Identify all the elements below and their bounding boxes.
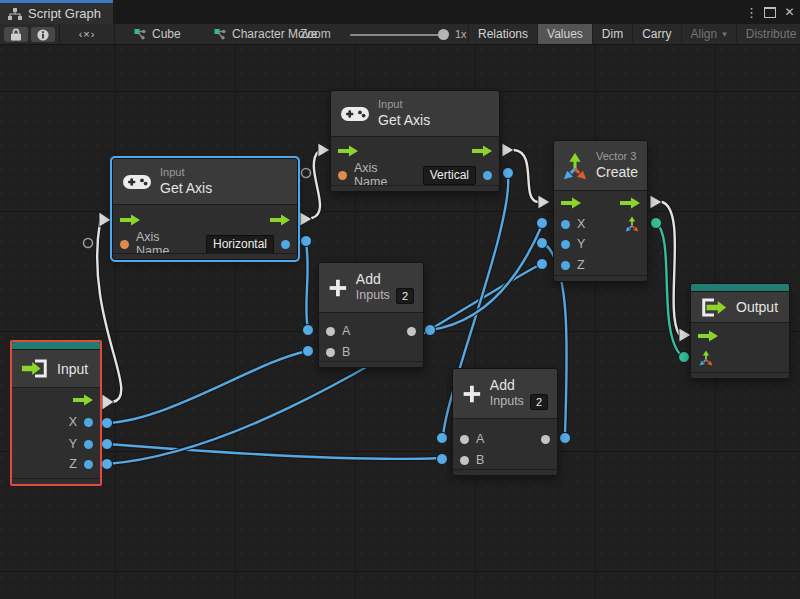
float-out-port[interactable] — [483, 171, 492, 180]
control-out-port[interactable] — [270, 214, 290, 226]
control-in-port[interactable] — [698, 330, 718, 342]
port-b[interactable] — [460, 456, 469, 465]
plus-icon — [328, 276, 348, 300]
output-bracket-icon — [700, 297, 728, 318]
sum-out-port[interactable] — [407, 327, 416, 336]
axis-name-field[interactable]: Vertical — [423, 166, 476, 185]
node-graph-input-selection: Input X Y Z — [10, 340, 102, 486]
wire-horizontal-value-to-add1-a[interactable] — [306, 243, 308, 329]
control-in-port[interactable] — [561, 197, 581, 209]
port-x[interactable] — [561, 220, 570, 229]
node-get-axis-horizontal[interactable]: Input Get Axis Axis Name Horizontal — [112, 158, 298, 260]
node-get-axis-vertical[interactable]: Input Get Axis Axis Name Vertical — [330, 90, 500, 192]
control-out-port[interactable] — [620, 197, 640, 209]
vector3-icon — [561, 152, 589, 180]
unity-visual-scripting-window: Script Graph ⋮ ✕ ‹×› Cube Character Move… — [0, 0, 800, 599]
graph-io-accent-bar — [12, 342, 100, 350]
inputs-count-field[interactable]: 2 — [396, 288, 414, 304]
plus-icon — [462, 382, 482, 406]
axis-name-port[interactable] — [120, 240, 129, 249]
port-a[interactable] — [326, 327, 335, 336]
gamepad-icon — [122, 172, 152, 192]
port-y-out[interactable] — [84, 440, 93, 449]
node-add-2[interactable]: Add Inputs 2 A B — [452, 368, 558, 476]
node-add-1[interactable]: Add Inputs 2 A B — [318, 262, 424, 368]
axis-name-port[interactable] — [338, 171, 347, 180]
input-bracket-icon — [21, 358, 49, 379]
wire-getaxis-vertical-to-vector3[interactable] — [514, 150, 538, 202]
control-out-port[interactable] — [73, 394, 93, 406]
wire-getaxis-horizontal-to-vertical[interactable] — [312, 151, 320, 218]
graph-io-accent-bar — [691, 284, 789, 292]
node-graph-input[interactable]: Input X Y Z — [12, 342, 100, 484]
vector-connection-dots[interactable] — [651, 218, 690, 363]
port-z[interactable] — [561, 261, 570, 270]
control-in-port[interactable] — [120, 214, 140, 226]
vector3-out-port[interactable] — [624, 216, 640, 232]
node-graph-output[interactable]: Output — [690, 283, 790, 379]
float-out-port[interactable] — [281, 240, 290, 249]
axis-name-field[interactable]: Horizontal — [206, 235, 274, 254]
control-out-port[interactable] — [472, 145, 492, 157]
port-a[interactable] — [460, 435, 469, 444]
port-x-out[interactable] — [84, 418, 93, 427]
port-b[interactable] — [326, 348, 335, 357]
port-y[interactable] — [561, 240, 570, 249]
port-z-out[interactable] — [84, 460, 93, 469]
inputs-count-field[interactable]: 2 — [530, 394, 548, 410]
node-vector3-create[interactable]: Vector 3 Create X Y Z — [553, 140, 648, 282]
vector3-in-port[interactable] — [698, 350, 714, 366]
gamepad-icon — [340, 104, 370, 124]
control-in-port[interactable] — [338, 145, 358, 157]
sum-out-port[interactable] — [541, 435, 550, 444]
